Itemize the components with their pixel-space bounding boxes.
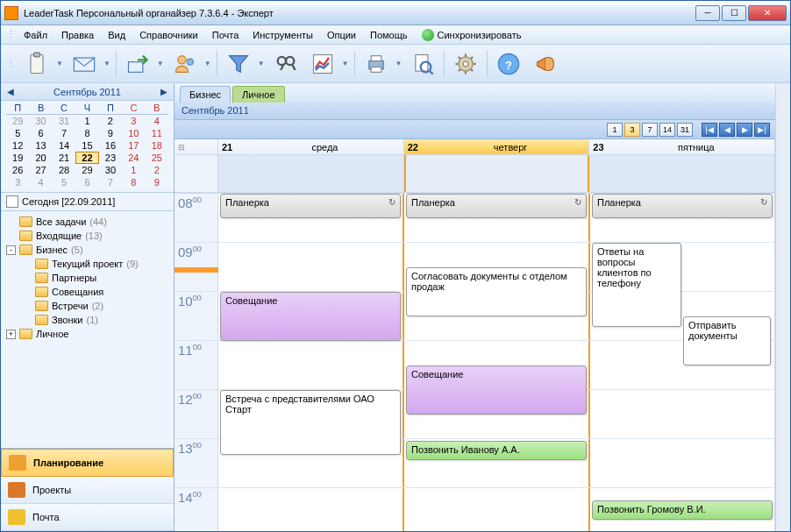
cal-day[interactable]: 2 <box>99 115 122 127</box>
cal-day[interactable]: 14 <box>53 139 75 152</box>
day-header[interactable]: 22четверг <box>404 139 590 154</box>
send-receive-button[interactable] <box>122 48 153 80</box>
cal-day[interactable]: 10 <box>122 127 145 139</box>
cal-day[interactable]: 22 <box>75 152 98 164</box>
event[interactable]: Встреча с представителями ОАО Старт <box>220 390 401 455</box>
help-button[interactable]: ? <box>493 48 524 80</box>
cal-day[interactable]: 1 <box>75 115 98 127</box>
tree-item[interactable]: -Бизнес (5) <box>3 243 172 257</box>
tree-item[interactable]: Встречи (2) <box>3 299 172 313</box>
menu-view[interactable]: Вид <box>102 27 132 43</box>
cal-day[interactable]: 7 <box>53 127 75 139</box>
tab-Личное[interactable]: Личное <box>232 86 284 103</box>
close-button[interactable]: ✕ <box>748 5 787 21</box>
event[interactable]: Позвонить Иванову А.А. <box>406 441 587 460</box>
range-prev-button[interactable]: ◀ <box>719 123 735 137</box>
menu-tools[interactable]: Инструменты <box>246 27 319 43</box>
nav-Почта[interactable]: Почта <box>1 504 174 531</box>
cal-day[interactable]: 13 <box>29 139 52 152</box>
event[interactable]: Совещание <box>406 365 587 415</box>
range-14-button[interactable]: 14 <box>659 123 675 137</box>
minimize-button[interactable]: ─ <box>695 5 720 21</box>
cal-day[interactable]: 5 <box>6 127 29 139</box>
cal-day[interactable]: 25 <box>146 152 168 164</box>
cal-day[interactable]: 19 <box>6 152 29 164</box>
event[interactable]: Отправить документы <box>683 316 771 365</box>
cal-day[interactable]: 26 <box>6 164 29 176</box>
cal-day[interactable]: 18 <box>146 139 168 152</box>
cal-day[interactable]: 27 <box>29 164 52 176</box>
cal-day[interactable]: 23 <box>99 152 122 164</box>
cal-day[interactable]: 1 <box>122 164 145 176</box>
tree-item[interactable]: Все задачи (44) <box>3 215 172 229</box>
menu-file[interactable]: Файл <box>18 27 53 43</box>
cal-day[interactable]: 5 <box>53 176 75 188</box>
settings-button[interactable] <box>450 48 481 80</box>
cal-day[interactable]: 6 <box>75 176 98 188</box>
schedule-grid[interactable]: 0800090010001100120013001400Планерка↻Пла… <box>175 194 775 531</box>
range-next-button[interactable]: ▶ <box>737 123 752 137</box>
cal-day[interactable]: 7 <box>99 176 122 188</box>
cal-day[interactable]: 8 <box>75 127 98 139</box>
range-1-button[interactable]: 1 <box>607 123 623 137</box>
range-31-button[interactable]: 31 <box>677 123 693 137</box>
cal-day[interactable]: 11 <box>146 127 168 139</box>
cal-day[interactable]: 31 <box>53 115 75 127</box>
today-button[interactable]: Сегодня [22.09.2011] <box>1 192 174 211</box>
filter-button[interactable] <box>223 48 254 80</box>
cal-month-title[interactable]: Сентябрь 2011 <box>53 87 121 97</box>
cal-day[interactable]: 30 <box>99 164 122 176</box>
nav-Проекты[interactable]: Проекты <box>1 477 174 504</box>
day-header[interactable]: 21среда <box>218 139 404 154</box>
tree-item[interactable]: Партнеры <box>3 271 172 285</box>
cal-day[interactable]: 28 <box>53 164 75 176</box>
announce-button[interactable] <box>530 48 561 80</box>
tab-Бизнес[interactable]: Бизнес <box>180 86 231 103</box>
cal-day[interactable]: 2 <box>146 164 168 176</box>
menu-sync[interactable]: Синхронизировать <box>416 26 528 44</box>
range-last-button[interactable]: ▶| <box>754 123 770 137</box>
tree-item[interactable]: Текущий проект (9) <box>3 257 172 271</box>
cal-day[interactable]: 17 <box>122 139 145 152</box>
cal-day[interactable]: 24 <box>122 152 145 164</box>
cal-day[interactable]: 30 <box>29 115 52 127</box>
event[interactable]: Согласовать документы с отделом продаж <box>406 267 587 316</box>
menu-mail[interactable]: Почта <box>206 27 246 43</box>
cal-day[interactable]: 12 <box>6 139 29 152</box>
range-3-button[interactable]: 3 <box>624 123 640 137</box>
range-first-button[interactable]: |◀ <box>702 123 717 137</box>
cal-day[interactable]: 21 <box>53 152 75 164</box>
tree-item[interactable]: Совещания <box>3 285 172 299</box>
menu-options[interactable]: Опции <box>321 27 362 43</box>
cal-day[interactable]: 9 <box>99 127 122 139</box>
cal-day[interactable]: 4 <box>29 176 52 188</box>
cal-day[interactable]: 20 <box>29 152 52 164</box>
event[interactable]: Позвонить Громову В.И. <box>592 500 773 520</box>
stats-button[interactable] <box>307 48 338 80</box>
cal-day[interactable]: 6 <box>29 127 52 139</box>
cal-day[interactable]: 3 <box>122 115 145 127</box>
event[interactable]: Совещание <box>220 292 401 341</box>
tree-item[interactable]: Входящие (13) <box>3 229 172 243</box>
preview-button[interactable] <box>407 48 438 80</box>
tree-item[interactable]: +Личное <box>3 327 172 341</box>
tree-item[interactable]: Звонки (1) <box>3 313 172 327</box>
cal-day[interactable]: 3 <box>6 176 29 188</box>
print-button[interactable] <box>360 48 392 80</box>
event[interactable]: Планерка↻ <box>220 194 401 218</box>
cal-day[interactable]: 29 <box>75 164 98 176</box>
contacts-button[interactable] <box>169 48 201 80</box>
cal-day[interactable]: 15 <box>75 139 98 152</box>
vertical-scrollbar[interactable] <box>775 83 790 531</box>
maximize-button[interactable]: ☐ <box>722 5 746 21</box>
menu-help[interactable]: Помощь <box>364 27 414 43</box>
cal-day[interactable]: 9 <box>146 176 168 188</box>
cal-next-button[interactable]: ▶ <box>158 86 170 98</box>
nav-Планирование[interactable]: Планирование <box>1 449 174 477</box>
cal-day[interactable]: 4 <box>146 115 168 127</box>
search-button[interactable] <box>270 48 302 80</box>
day-header[interactable]: 23пятница <box>589 139 775 154</box>
cal-prev-button[interactable]: ◀ <box>4 86 17 98</box>
menu-edit[interactable]: Правка <box>55 27 100 43</box>
cal-day[interactable]: 8 <box>122 176 145 188</box>
